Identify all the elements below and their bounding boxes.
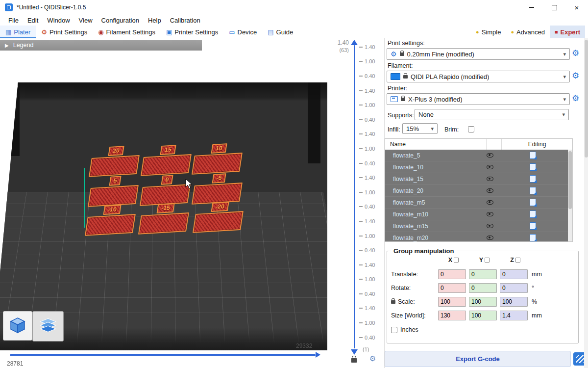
model-object[interactable]: -15 (137, 202, 191, 235)
model-object[interactable]: -10 (84, 204, 138, 236)
lock-icon[interactable] (351, 358, 357, 363)
edit-icon[interactable] (530, 210, 536, 218)
minimize-icon (529, 7, 534, 7)
slider-arrow-right-icon[interactable] (316, 352, 320, 358)
edit-icon[interactable] (530, 175, 536, 183)
view-3d-editor-button[interactable] (3, 311, 32, 341)
panel-scrollbar[interactable] (584, 38, 588, 368)
printer-combo[interactable]: X-Plus 3 (modified) ▾ (387, 93, 570, 105)
model-object[interactable]: -20 (192, 201, 245, 233)
tab-filament-settings[interactable]: ◉ Filament Settings (93, 26, 161, 38)
list-item[interactable]: flowrate_m20 (385, 232, 568, 241)
filament-gear-button[interactable]: ⚙ (572, 72, 579, 80)
mode-expert[interactable]: ■ Expert (550, 26, 585, 38)
viewport-3d[interactable]: ▶ Legend 20 15 10 5 0 -5 -10 -15 (0, 38, 331, 368)
eye-icon[interactable] (487, 224, 493, 228)
layer-tick-label: 0.40 (365, 247, 375, 253)
tab-device[interactable]: ▭ Device (223, 26, 262, 38)
tick-mark (359, 221, 363, 222)
maximize-button[interactable] (543, 0, 565, 15)
eye-icon[interactable] (487, 177, 493, 181)
list-item[interactable]: flowrate_m15 (385, 220, 568, 232)
filament-combo[interactable]: QIDI PLA Rapido (modified) ▾ (387, 71, 570, 82)
list-item[interactable]: flowrate_15 (385, 173, 568, 185)
size-y-input[interactable] (469, 311, 497, 320)
edit-icon[interactable] (530, 152, 536, 159)
layer-slider-top-arrow-icon[interactable] (351, 40, 358, 45)
infill-combo[interactable]: 15% ▾ (402, 123, 438, 134)
supports-combo[interactable]: None ▾ (415, 109, 569, 120)
list-item[interactable]: flowrate_m5 (385, 197, 568, 209)
model-object[interactable]: 5 (87, 175, 141, 207)
model-object[interactable]: 20 (88, 145, 142, 177)
menu-help[interactable]: Help (144, 17, 166, 24)
minimize-button[interactable] (520, 0, 543, 15)
model-object[interactable]: 15 (140, 144, 194, 176)
brim-checkbox[interactable] (468, 126, 474, 132)
axis-z-label: Z (510, 257, 514, 263)
tick-mark (359, 163, 363, 164)
size-x-input[interactable] (438, 311, 466, 320)
rotate-y-input[interactable] (469, 283, 497, 293)
inches-checkbox[interactable] (391, 327, 397, 333)
model-object[interactable]: 10 (191, 142, 245, 175)
panel-scrollbar-thumb[interactable] (585, 40, 588, 158)
menu-edit[interactable]: Edit (23, 17, 43, 24)
menu-calibration[interactable]: Calibration (166, 17, 205, 24)
tab-print-settings[interactable]: ⚙ Print Settings (36, 26, 93, 38)
list-scrollbar-thumb[interactable] (568, 151, 572, 209)
edit-icon[interactable] (530, 163, 536, 171)
edit-icon[interactable] (530, 234, 536, 241)
eye-icon[interactable] (487, 165, 493, 169)
legend-bar[interactable]: ▶ Legend (0, 40, 202, 51)
list-scrollbar[interactable] (568, 150, 572, 241)
translate-x-input[interactable] (438, 269, 466, 279)
view-preview-button[interactable] (32, 311, 64, 342)
list-item[interactable]: flowrate_20 (385, 185, 568, 197)
menu-file[interactable]: File (4, 17, 23, 24)
title-bar: *Untitled - QIDISlicer-1.0.5 × (0, 0, 588, 15)
model-object[interactable]: -5 (191, 172, 245, 205)
printer-gear-button[interactable]: ⚙ (572, 94, 579, 103)
gcode-move-slider[interactable] (10, 354, 316, 356)
uniform-scale-lock-icon[interactable] (391, 300, 395, 304)
layer-slider-bottom-arrow-icon[interactable] (351, 349, 358, 355)
edit-icon[interactable] (530, 199, 536, 206)
list-item[interactable]: flowrate_m10 (385, 209, 568, 220)
layer-slider[interactable] (354, 45, 355, 348)
list-item[interactable]: flowrate_5 (385, 150, 568, 161)
eye-icon[interactable] (487, 188, 493, 193)
print-settings-gear-button[interactable]: ⚙ (572, 49, 579, 57)
translate-z-input[interactable] (500, 269, 528, 279)
rotate-z-input[interactable] (500, 283, 528, 293)
scale-x-input[interactable] (438, 297, 466, 307)
current-layer-number: (63) (331, 47, 349, 53)
eye-icon[interactable] (487, 153, 493, 158)
mode-simple[interactable]: ● Simple (471, 26, 506, 38)
edit-icon[interactable] (530, 222, 536, 230)
eye-icon[interactable] (487, 212, 493, 216)
tab-printer-settings[interactable]: ▣ Printer Settings (161, 26, 223, 38)
eye-icon[interactable] (487, 200, 493, 205)
edit-icon[interactable] (530, 187, 536, 194)
tab-plater[interactable]: ▦ Plater (0, 26, 36, 38)
menu-view[interactable]: View (74, 17, 97, 24)
list-item[interactable]: flowrate_10 (385, 161, 568, 173)
menu-window[interactable]: Window (43, 17, 74, 24)
size-z-input[interactable] (500, 311, 528, 320)
close-button[interactable]: × (565, 0, 588, 15)
slider-settings-gear-icon[interactable]: ⚙ (369, 355, 376, 362)
menu-configuration[interactable]: Configuration (97, 17, 144, 24)
print-settings-combo[interactable]: ⚙ 0.20mm Fine (modified) ▾ (387, 48, 570, 60)
object-slab (140, 154, 191, 176)
export-gcode-button[interactable]: Export G-code (385, 351, 571, 367)
tick-mark (359, 192, 363, 193)
model-object[interactable]: 0 (139, 174, 193, 206)
scale-z-input[interactable] (500, 297, 528, 307)
translate-y-input[interactable] (469, 269, 497, 279)
mode-advanced[interactable]: ● Advanced (506, 26, 549, 38)
eye-icon[interactable] (487, 236, 493, 240)
tab-guide[interactable]: ▤ Guide (262, 26, 298, 38)
rotate-x-input[interactable] (438, 283, 466, 293)
scale-y-input[interactable] (469, 297, 497, 307)
